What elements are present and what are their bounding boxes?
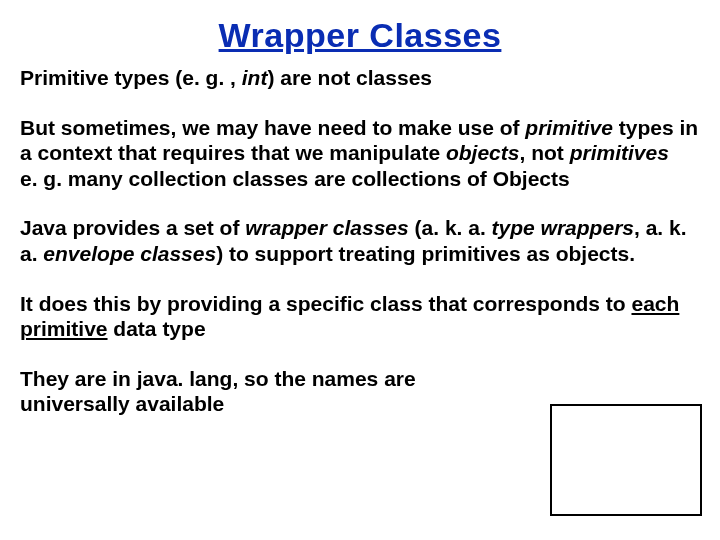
empty-box	[550, 404, 702, 516]
p1-text-a: Primitive types (e. g. ,	[20, 66, 242, 89]
paragraph-1: Primitive types (e. g. , int) are not cl…	[20, 65, 700, 91]
paragraph-4: It does this by providing a specific cla…	[20, 291, 700, 342]
p2-italic-primitives: primitives	[570, 141, 669, 164]
p2-text-a: But sometimes, we may have need to make …	[20, 116, 525, 139]
p2-italic-primitive: primitive	[525, 116, 613, 139]
p3-text-c: (a. k. a.	[409, 216, 492, 239]
p3-italic-type-wrappers: type wrappers	[492, 216, 634, 239]
p2-text-e: , not	[519, 141, 569, 164]
p3-italic-envelope-classes: envelope classes	[43, 242, 216, 265]
paragraph-2: But sometimes, we may have need to make …	[20, 115, 700, 192]
p4-text-c: data type	[108, 317, 206, 340]
p2-italic-objects: objects	[446, 141, 520, 164]
paragraph-3: Java provides a set of wrapper classes (…	[20, 215, 700, 266]
slide-title: Wrapper Classes	[20, 16, 700, 55]
p1-text-c: ) are not classes	[267, 66, 432, 89]
slide: Wrapper Classes Primitive types (e. g. ,…	[0, 0, 720, 540]
paragraph-5: They are in java. lang, so the names are…	[20, 366, 490, 417]
p3-text-a: Java provides a set of	[20, 216, 245, 239]
p4-text-a: It does this by providing a specific cla…	[20, 292, 631, 315]
p2-text-g: e. g. many collection classes are collec…	[20, 167, 570, 190]
p3-text-g: ) to support treating primitives as obje…	[216, 242, 635, 265]
p5-text-a: They are in java. lang, so the names are…	[20, 367, 416, 416]
p1-italic-int: int	[242, 66, 268, 89]
p3-italic-wrapper-classes: wrapper classes	[245, 216, 408, 239]
